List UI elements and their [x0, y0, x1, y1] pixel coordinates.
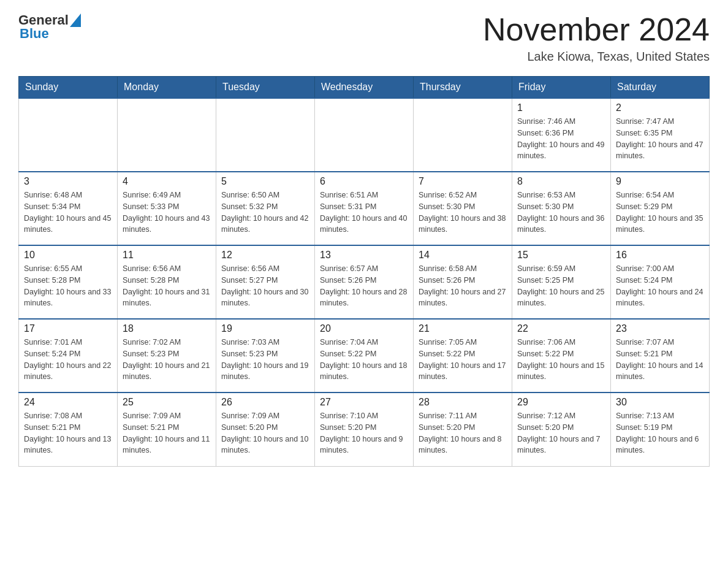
table-row: 2Sunrise: 7:47 AMSunset: 6:35 PMDaylight… — [611, 98, 710, 172]
day-number: 18 — [123, 323, 211, 334]
table-row: 18Sunrise: 7:02 AMSunset: 5:23 PMDayligh… — [118, 319, 216, 393]
col-thursday: Thursday — [414, 77, 512, 99]
table-row: 12Sunrise: 6:56 AMSunset: 5:27 PMDayligh… — [216, 245, 315, 319]
table-row: 21Sunrise: 7:05 AMSunset: 5:22 PMDayligh… — [414, 319, 512, 393]
table-row: 3Sunrise: 6:48 AMSunset: 5:34 PMDaylight… — [19, 172, 118, 245]
day-number: 16 — [616, 250, 704, 261]
table-row: 11Sunrise: 6:56 AMSunset: 5:28 PMDayligh… — [118, 245, 216, 319]
day-info: Sunrise: 7:09 AMSunset: 5:21 PMDaylight:… — [123, 410, 211, 456]
table-row — [216, 98, 315, 172]
table-row: 14Sunrise: 6:58 AMSunset: 5:26 PMDayligh… — [414, 245, 512, 319]
calendar-week-row: 17Sunrise: 7:01 AMSunset: 5:24 PMDayligh… — [19, 319, 710, 393]
day-info: Sunrise: 7:06 AMSunset: 5:22 PMDaylight:… — [517, 337, 605, 383]
day-info: Sunrise: 7:08 AMSunset: 5:21 PMDaylight:… — [24, 410, 112, 456]
table-row: 13Sunrise: 6:57 AMSunset: 5:26 PMDayligh… — [315, 245, 414, 319]
col-tuesday: Tuesday — [216, 77, 315, 99]
day-number: 29 — [517, 397, 605, 408]
day-info: Sunrise: 7:02 AMSunset: 5:23 PMDaylight:… — [123, 337, 211, 383]
logo: General Blue — [18, 12, 81, 42]
table-row: 9Sunrise: 6:54 AMSunset: 5:29 PMDaylight… — [611, 172, 710, 245]
day-info: Sunrise: 6:56 AMSunset: 5:28 PMDaylight:… — [123, 263, 211, 309]
table-row: 23Sunrise: 7:07 AMSunset: 5:21 PMDayligh… — [611, 319, 710, 393]
col-wednesday: Wednesday — [315, 77, 414, 99]
day-number: 28 — [419, 397, 507, 408]
day-number: 17 — [24, 323, 112, 334]
day-number: 23 — [616, 323, 704, 334]
day-info: Sunrise: 6:57 AMSunset: 5:26 PMDaylight:… — [320, 263, 408, 309]
table-row — [414, 98, 512, 172]
day-number: 11 — [123, 250, 211, 261]
col-monday: Monday — [118, 77, 216, 99]
day-info: Sunrise: 6:52 AMSunset: 5:30 PMDaylight:… — [419, 190, 507, 236]
day-number: 4 — [123, 176, 211, 187]
day-info: Sunrise: 7:11 AMSunset: 5:20 PMDaylight:… — [419, 410, 507, 456]
table-row: 6Sunrise: 6:51 AMSunset: 5:31 PMDaylight… — [315, 172, 414, 245]
day-info: Sunrise: 6:53 AMSunset: 5:30 PMDaylight:… — [517, 190, 605, 236]
table-row: 8Sunrise: 6:53 AMSunset: 5:30 PMDaylight… — [512, 172, 611, 245]
table-row: 25Sunrise: 7:09 AMSunset: 5:21 PMDayligh… — [118, 393, 216, 466]
day-number: 19 — [221, 323, 309, 334]
table-row: 24Sunrise: 7:08 AMSunset: 5:21 PMDayligh… — [19, 393, 118, 466]
day-number: 27 — [320, 397, 408, 408]
day-info: Sunrise: 6:50 AMSunset: 5:32 PMDaylight:… — [221, 190, 309, 236]
calendar-week-row: 24Sunrise: 7:08 AMSunset: 5:21 PMDayligh… — [19, 393, 710, 466]
day-number: 1 — [517, 102, 605, 113]
day-number: 21 — [419, 323, 507, 334]
day-number: 3 — [24, 176, 112, 187]
month-title: November 2024 — [483, 12, 710, 47]
table-row — [315, 98, 414, 172]
day-info: Sunrise: 7:47 AMSunset: 6:35 PMDaylight:… — [616, 116, 704, 162]
title-block: November 2024 Lake Kiowa, Texas, United … — [483, 12, 710, 64]
table-row: 5Sunrise: 6:50 AMSunset: 5:32 PMDaylight… — [216, 172, 315, 245]
day-info: Sunrise: 7:03 AMSunset: 5:23 PMDaylight:… — [221, 337, 309, 383]
table-row: 10Sunrise: 6:55 AMSunset: 5:28 PMDayligh… — [19, 245, 118, 319]
day-info: Sunrise: 7:07 AMSunset: 5:21 PMDaylight:… — [616, 337, 704, 383]
table-row: 16Sunrise: 7:00 AMSunset: 5:24 PMDayligh… — [611, 245, 710, 319]
day-number: 22 — [517, 323, 605, 334]
day-number: 10 — [24, 250, 112, 261]
calendar-week-row: 3Sunrise: 6:48 AMSunset: 5:34 PMDaylight… — [19, 172, 710, 245]
calendar-table: Sunday Monday Tuesday Wednesday Thursday… — [18, 76, 710, 467]
day-info: Sunrise: 6:55 AMSunset: 5:28 PMDaylight:… — [24, 263, 112, 309]
col-saturday: Saturday — [611, 77, 710, 99]
day-info: Sunrise: 6:54 AMSunset: 5:29 PMDaylight:… — [616, 190, 704, 236]
table-row: 15Sunrise: 6:59 AMSunset: 5:25 PMDayligh… — [512, 245, 611, 319]
table-row: 1Sunrise: 7:46 AMSunset: 6:36 PMDaylight… — [512, 98, 611, 172]
day-number: 14 — [419, 250, 507, 261]
logo-triangle-icon — [70, 13, 81, 27]
table-row: 22Sunrise: 7:06 AMSunset: 5:22 PMDayligh… — [512, 319, 611, 393]
table-row: 27Sunrise: 7:10 AMSunset: 5:20 PMDayligh… — [315, 393, 414, 466]
table-row: 20Sunrise: 7:04 AMSunset: 5:22 PMDayligh… — [315, 319, 414, 393]
table-row: 30Sunrise: 7:13 AMSunset: 5:19 PMDayligh… — [611, 393, 710, 466]
calendar-header-row: Sunday Monday Tuesday Wednesday Thursday… — [19, 77, 710, 99]
col-sunday: Sunday — [19, 77, 118, 99]
day-number: 9 — [616, 176, 704, 187]
day-info: Sunrise: 6:48 AMSunset: 5:34 PMDaylight:… — [24, 190, 112, 236]
day-number: 26 — [221, 397, 309, 408]
day-info: Sunrise: 7:46 AMSunset: 6:36 PMDaylight:… — [517, 116, 605, 162]
svg-marker-0 — [70, 13, 81, 27]
day-info: Sunrise: 6:59 AMSunset: 5:25 PMDaylight:… — [517, 263, 605, 309]
day-info: Sunrise: 6:51 AMSunset: 5:31 PMDaylight:… — [320, 190, 408, 236]
day-info: Sunrise: 7:09 AMSunset: 5:20 PMDaylight:… — [221, 410, 309, 456]
table-row: 19Sunrise: 7:03 AMSunset: 5:23 PMDayligh… — [216, 319, 315, 393]
day-number: 25 — [123, 397, 211, 408]
day-number: 12 — [221, 250, 309, 261]
day-info: Sunrise: 7:01 AMSunset: 5:24 PMDaylight:… — [24, 337, 112, 383]
table-row — [19, 98, 118, 172]
page-header: General Blue November 2024 Lake Kiowa, T… — [18, 12, 710, 64]
day-info: Sunrise: 7:05 AMSunset: 5:22 PMDaylight:… — [419, 337, 507, 383]
calendar-week-row: 10Sunrise: 6:55 AMSunset: 5:28 PMDayligh… — [19, 245, 710, 319]
day-info: Sunrise: 6:56 AMSunset: 5:27 PMDaylight:… — [221, 263, 309, 309]
table-row: 29Sunrise: 7:12 AMSunset: 5:20 PMDayligh… — [512, 393, 611, 466]
day-info: Sunrise: 7:04 AMSunset: 5:22 PMDaylight:… — [320, 337, 408, 383]
table-row: 26Sunrise: 7:09 AMSunset: 5:20 PMDayligh… — [216, 393, 315, 466]
table-row — [118, 98, 216, 172]
day-number: 24 — [24, 397, 112, 408]
day-number: 20 — [320, 323, 408, 334]
col-friday: Friday — [512, 77, 611, 99]
location-subtitle: Lake Kiowa, Texas, United States — [483, 50, 710, 64]
day-info: Sunrise: 6:58 AMSunset: 5:26 PMDaylight:… — [419, 263, 507, 309]
calendar-week-row: 1Sunrise: 7:46 AMSunset: 6:36 PMDaylight… — [19, 98, 710, 172]
day-number: 30 — [616, 397, 704, 408]
